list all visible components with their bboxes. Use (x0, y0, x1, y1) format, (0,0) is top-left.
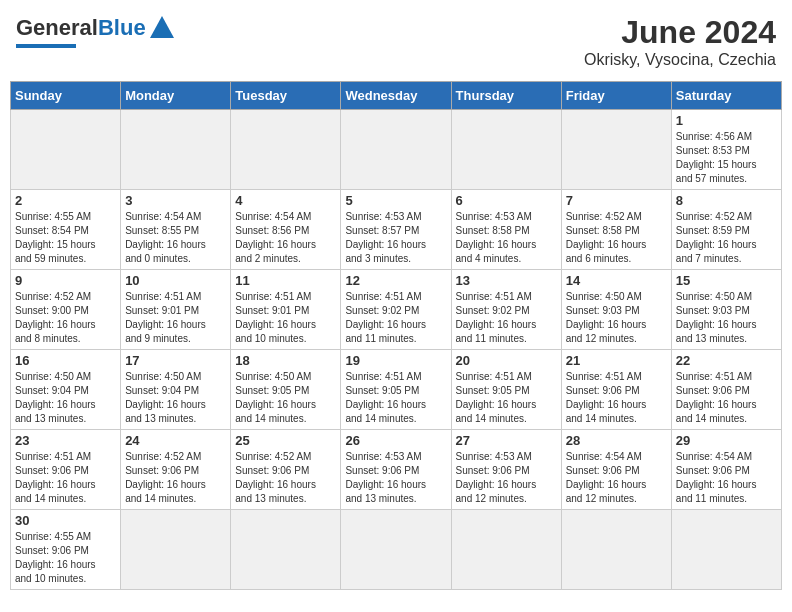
logo-bar (16, 44, 76, 48)
day-16: 16 Sunrise: 4:50 AM Sunset: 9:04 PM Dayl… (11, 350, 121, 430)
day-14: 14 Sunrise: 4:50 AM Sunset: 9:03 PM Dayl… (561, 270, 671, 350)
day-26: 26 Sunrise: 4:53 AM Sunset: 9:06 PM Dayl… (341, 430, 451, 510)
day-28: 28 Sunrise: 4:54 AM Sunset: 9:06 PM Dayl… (561, 430, 671, 510)
day-11: 11 Sunrise: 4:51 AM Sunset: 9:01 PM Dayl… (231, 270, 341, 350)
header-friday: Friday (561, 82, 671, 110)
header-saturday: Saturday (671, 82, 781, 110)
empty-cell (231, 110, 341, 190)
day-3: 3 Sunrise: 4:54 AM Sunset: 8:55 PM Dayli… (121, 190, 231, 270)
page-header: GeneralBlue June 2024 Okrisky, Vysocina,… (10, 10, 782, 73)
empty-cell (121, 510, 231, 590)
day-25: 25 Sunrise: 4:52 AM Sunset: 9:06 PM Dayl… (231, 430, 341, 510)
empty-cell (561, 110, 671, 190)
empty-cell (341, 510, 451, 590)
day-22: 22 Sunrise: 4:51 AM Sunset: 9:06 PM Dayl… (671, 350, 781, 430)
day-2: 2 Sunrise: 4:55 AM Sunset: 8:54 PM Dayli… (11, 190, 121, 270)
day-5: 5 Sunrise: 4:53 AM Sunset: 8:57 PM Dayli… (341, 190, 451, 270)
day-8: 8 Sunrise: 4:52 AM Sunset: 8:59 PM Dayli… (671, 190, 781, 270)
header-monday: Monday (121, 82, 231, 110)
empty-cell (341, 110, 451, 190)
header-sunday: Sunday (11, 82, 121, 110)
logo: GeneralBlue (16, 14, 176, 48)
location-subtitle: Okrisky, Vysocina, Czechia (584, 51, 776, 69)
calendar-row-6: 30 Sunrise: 4:55 AM Sunset: 9:06 PM Dayl… (11, 510, 782, 590)
day-12: 12 Sunrise: 4:51 AM Sunset: 9:02 PM Dayl… (341, 270, 451, 350)
day-27: 27 Sunrise: 4:53 AM Sunset: 9:06 PM Dayl… (451, 430, 561, 510)
day-7: 7 Sunrise: 4:52 AM Sunset: 8:58 PM Dayli… (561, 190, 671, 270)
calendar-row-2: 2 Sunrise: 4:55 AM Sunset: 8:54 PM Dayli… (11, 190, 782, 270)
day-13: 13 Sunrise: 4:51 AM Sunset: 9:02 PM Dayl… (451, 270, 561, 350)
calendar-row-4: 16 Sunrise: 4:50 AM Sunset: 9:04 PM Dayl… (11, 350, 782, 430)
empty-cell (451, 110, 561, 190)
header-tuesday: Tuesday (231, 82, 341, 110)
logo-text: GeneralBlue (16, 15, 146, 41)
calendar-row-5: 23 Sunrise: 4:51 AM Sunset: 9:06 PM Dayl… (11, 430, 782, 510)
day-24: 24 Sunrise: 4:52 AM Sunset: 9:06 PM Dayl… (121, 430, 231, 510)
day-18: 18 Sunrise: 4:50 AM Sunset: 9:05 PM Dayl… (231, 350, 341, 430)
day-17: 17 Sunrise: 4:50 AM Sunset: 9:04 PM Dayl… (121, 350, 231, 430)
empty-cell (121, 110, 231, 190)
svg-marker-0 (150, 16, 174, 38)
title-block: June 2024 Okrisky, Vysocina, Czechia (584, 14, 776, 69)
day-10: 10 Sunrise: 4:51 AM Sunset: 9:01 PM Dayl… (121, 270, 231, 350)
logo-icon-svg (148, 14, 176, 42)
day-19: 19 Sunrise: 4:51 AM Sunset: 9:05 PM Dayl… (341, 350, 451, 430)
empty-cell (11, 110, 121, 190)
empty-cell (561, 510, 671, 590)
day-15: 15 Sunrise: 4:50 AM Sunset: 9:03 PM Dayl… (671, 270, 781, 350)
day-23: 23 Sunrise: 4:51 AM Sunset: 9:06 PM Dayl… (11, 430, 121, 510)
day-29: 29 Sunrise: 4:54 AM Sunset: 9:06 PM Dayl… (671, 430, 781, 510)
day-1: 1 Sunrise: 4:56 AM Sunset: 8:53 PM Dayli… (671, 110, 781, 190)
header-thursday: Thursday (451, 82, 561, 110)
month-year-title: June 2024 (584, 14, 776, 51)
header-wednesday: Wednesday (341, 82, 451, 110)
calendar-table: Sunday Monday Tuesday Wednesday Thursday… (10, 81, 782, 590)
calendar-row-3: 9 Sunrise: 4:52 AM Sunset: 9:00 PM Dayli… (11, 270, 782, 350)
day-4: 4 Sunrise: 4:54 AM Sunset: 8:56 PM Dayli… (231, 190, 341, 270)
calendar-row-1: 1 Sunrise: 4:56 AM Sunset: 8:53 PM Dayli… (11, 110, 782, 190)
day-6: 6 Sunrise: 4:53 AM Sunset: 8:58 PM Dayli… (451, 190, 561, 270)
day-21: 21 Sunrise: 4:51 AM Sunset: 9:06 PM Dayl… (561, 350, 671, 430)
empty-cell (671, 510, 781, 590)
empty-cell (451, 510, 561, 590)
day-9: 9 Sunrise: 4:52 AM Sunset: 9:00 PM Dayli… (11, 270, 121, 350)
day-30: 30 Sunrise: 4:55 AM Sunset: 9:06 PM Dayl… (11, 510, 121, 590)
weekday-header-row: Sunday Monday Tuesday Wednesday Thursday… (11, 82, 782, 110)
day-20: 20 Sunrise: 4:51 AM Sunset: 9:05 PM Dayl… (451, 350, 561, 430)
empty-cell (231, 510, 341, 590)
